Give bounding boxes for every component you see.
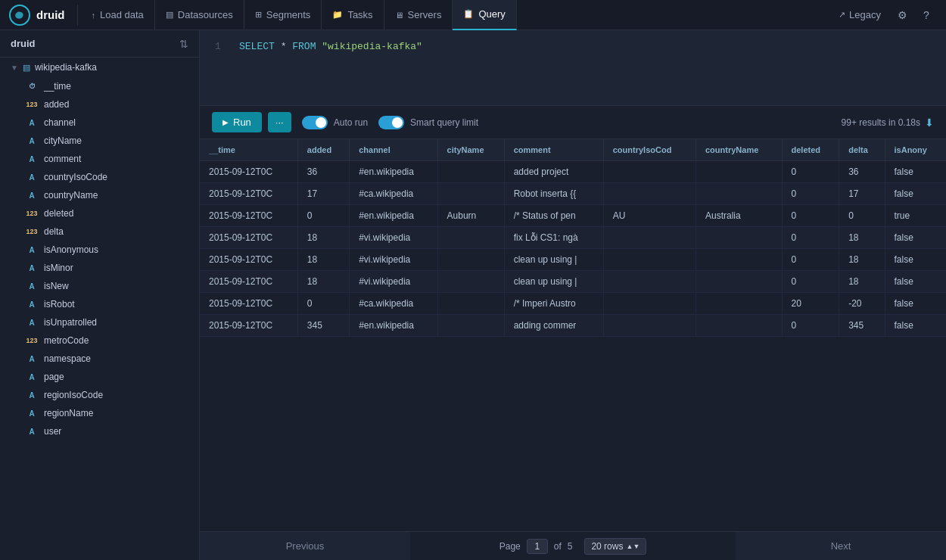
sidebar-item-isrobot[interactable]: A isRobot	[0, 295, 199, 313]
str-type-icon-isminor: A	[24, 264, 39, 272]
sidebar-item-isnew[interactable]: A isNew	[0, 277, 199, 295]
table-cell	[437, 315, 504, 337]
sidebar-item-cityname[interactable]: A cityName	[0, 132, 199, 150]
sql-editor[interactable]: 1 SELECT * FROM "wikipedia-kafka"	[200, 30, 946, 106]
table-cell	[603, 315, 695, 337]
next-button[interactable]: Next	[736, 532, 946, 561]
sidebar-item-metrocode[interactable]: 123 metroCode	[0, 331, 199, 350]
table-cell: #en.wikipedia	[350, 205, 437, 227]
nav-servers[interactable]: 🖥 Servers	[384, 0, 453, 30]
field-isminor-label: isMinor	[44, 263, 73, 273]
sidebar-item-comment[interactable]: A comment	[0, 150, 199, 168]
table-cell: Robot inserta {{	[504, 183, 603, 205]
pagination-center: Page 1 of 5 20 rows ▲▼	[410, 538, 736, 555]
col-header-deleted: deleted	[782, 139, 839, 161]
sidebar-expand-icon[interactable]: ⇅	[179, 38, 188, 50]
nav-tasks[interactable]: 📁 Tasks	[322, 0, 384, 30]
auto-run-toggle-group: Auto run	[302, 116, 368, 129]
str-type-icon-ns: A	[24, 355, 39, 363]
str-type-icon-cityname: A	[24, 137, 39, 145]
current-page-number[interactable]: 1	[527, 539, 548, 554]
sidebar-item-regionisocode[interactable]: A regionIsoCode	[0, 386, 199, 404]
sql-table-name: "wikipedia-kafka"	[322, 41, 422, 52]
help-button[interactable]: ?	[916, 5, 937, 26]
sidebar-item-isanonymous[interactable]: A isAnonymous	[0, 241, 199, 259]
nav-segments[interactable]: ⊞ Segments	[244, 0, 322, 30]
settings-button[interactable]: ⚙	[892, 5, 913, 26]
run-button-label: Run	[233, 117, 251, 128]
table-cell: 0	[782, 315, 839, 337]
legacy-button[interactable]: ↗ Legacy	[831, 6, 888, 23]
table-cell: false	[885, 227, 946, 249]
total-pages: 5	[568, 541, 573, 552]
previous-button[interactable]: Previous	[200, 532, 410, 561]
table-cell: #en.wikipedia	[350, 315, 437, 337]
str-type-icon-regionname: A	[24, 409, 39, 418]
table-row: 2015-09-12T0C345#en.wikipediaadding comm…	[200, 315, 946, 337]
settings-icon: ⚙	[898, 9, 907, 21]
rows-label: 20 rows	[591, 541, 623, 552]
sidebar-item-wikipedia-kafka[interactable]: ▼ ▤ wikipedia-kafka	[0, 58, 199, 77]
sidebar-item-user[interactable]: A user	[0, 422, 199, 440]
results-info: 99+ results in 0.18s ⬇	[842, 117, 934, 129]
auto-run-toggle[interactable]	[302, 116, 328, 129]
table-cell: /* Status of pen	[504, 205, 603, 227]
sidebar-item-delta[interactable]: 123 delta	[0, 222, 199, 241]
nav-query[interactable]: 📋 Query	[453, 0, 516, 30]
num-type-icon-deleted: 123	[24, 210, 39, 217]
sidebar-item-added[interactable]: 123 added	[0, 95, 199, 114]
sidebar-item-page[interactable]: A page	[0, 368, 199, 386]
col-header-comment: comment	[504, 139, 603, 161]
logo[interactable]: druid	[9, 5, 78, 26]
sql-star: *	[281, 41, 293, 52]
nav-datasources[interactable]: ▤ Datasources	[155, 0, 244, 30]
sidebar-item-channel[interactable]: A channel	[0, 114, 199, 132]
table-cell: Auburn	[437, 205, 504, 227]
table-row: 2015-09-12T0C17#ca.wikipediaRobot insert…	[200, 183, 946, 205]
table-header-row: __time added channel cityName comment co…	[200, 139, 946, 161]
query-icon: 📋	[463, 9, 474, 19]
table-cell: 36	[839, 161, 885, 183]
run-button[interactable]: ▶ Run	[212, 112, 262, 132]
table-row: 2015-09-12T0C36#en.wikipediaadded projec…	[200, 161, 946, 183]
sidebar-item-regionname[interactable]: A regionName	[0, 404, 199, 422]
table-cell: #en.wikipedia	[350, 161, 437, 183]
more-options-button[interactable]: ···	[268, 112, 291, 132]
content-area: 1 SELECT * FROM "wikipedia-kafka" ▶ Run …	[200, 30, 946, 560]
nav-datasources-label: Datasources	[178, 9, 233, 20]
legacy-icon: ↗	[839, 10, 845, 20]
table-cell: 17	[839, 183, 885, 205]
field-time-label: __time	[44, 81, 71, 92]
table-cell: #vi.wikipedia	[350, 249, 437, 271]
sidebar-item-countryisocode[interactable]: A countryIsoCode	[0, 168, 199, 186]
download-icon[interactable]: ⬇	[925, 117, 934, 129]
sidebar-item-isunpatrolled[interactable]: A isUnpatrolled	[0, 313, 199, 331]
sidebar-item-namespace[interactable]: A namespace	[0, 350, 199, 368]
rows-per-page-select[interactable]: 20 rows ▲▼	[584, 538, 646, 555]
sidebar-item-countryname[interactable]: A countryName	[0, 186, 199, 204]
sidebar-item-isminor[interactable]: A isMinor	[0, 259, 199, 277]
sidebar-item-time[interactable]: ⏱ __time	[0, 77, 199, 95]
str-type-icon-isnew: A	[24, 282, 39, 291]
field-comment-label: comment	[44, 154, 81, 164]
table-row: 2015-09-12T0C18#vi.wikipediaclean up usi…	[200, 249, 946, 271]
table-cell: 18	[297, 271, 349, 293]
load-data-icon: ↑	[92, 11, 96, 20]
table-cell: 2015-09-12T0C	[200, 205, 297, 227]
of-label: of	[554, 541, 562, 552]
table-cell: 0	[782, 183, 839, 205]
table-cell: -20	[839, 293, 885, 315]
num-type-icon-metro: 123	[24, 337, 39, 344]
nav-load-data[interactable]: ↑ Load data	[81, 0, 155, 30]
results-table: __time added channel cityName comment co…	[200, 139, 946, 337]
field-delta-label: delta	[44, 226, 64, 237]
sidebar-item-deleted[interactable]: 123 deleted	[0, 204, 199, 222]
table-cell: 2015-09-12T0C	[200, 183, 297, 205]
smart-query-toggle[interactable]	[378, 116, 404, 129]
table-cell	[695, 249, 782, 271]
table-cell: 20	[782, 293, 839, 315]
table-cell: 17	[297, 183, 349, 205]
table-cell: 345	[297, 315, 349, 337]
table-icon: ▤	[23, 63, 30, 73]
table-cell: /* Imperi Austro	[504, 293, 603, 315]
